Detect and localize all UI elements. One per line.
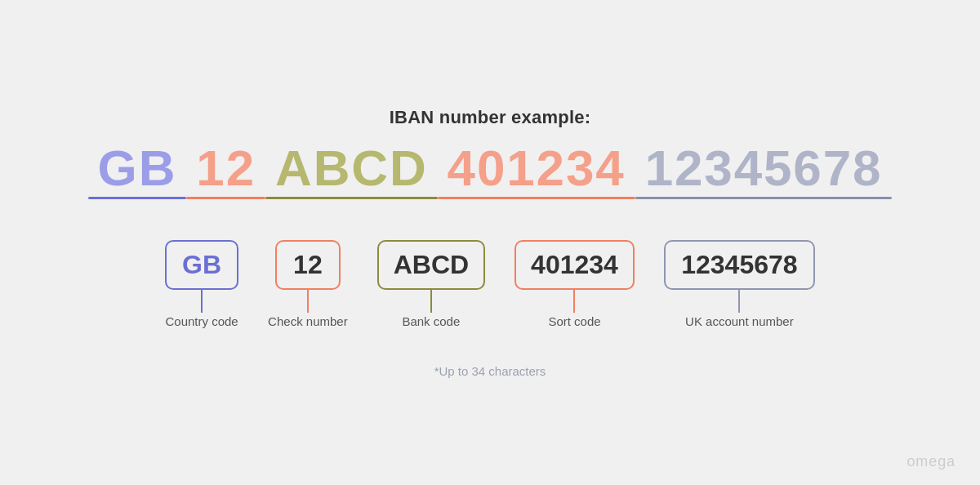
footnote: *Up to 34 characters	[434, 364, 546, 378]
connector-bank	[430, 290, 432, 313]
iban-underline-sort	[438, 197, 635, 199]
box-bank: ABCD	[377, 240, 485, 290]
box-item-bank: ABCDBank code	[377, 240, 485, 328]
box-account: 12345678	[664, 240, 815, 290]
iban-segment-country: GB	[88, 143, 187, 199]
iban-underline-bank	[265, 197, 438, 199]
iban-text-check: 12	[186, 143, 265, 194]
box-country: GB	[165, 240, 238, 290]
connector-check	[307, 290, 309, 313]
iban-segment-sort: 401234	[438, 143, 635, 199]
boxes-row: GBCountry code12Check numberABCDBank cod…	[150, 240, 830, 328]
connector-account	[738, 290, 740, 313]
box-item-account: 12345678UK account number	[664, 240, 815, 328]
iban-display-row: GB12ABCD40123412345678	[88, 143, 893, 199]
label-check: Check number	[268, 314, 348, 328]
box-item-sort: 401234Sort code	[514, 240, 635, 328]
box-item-country: GBCountry code	[165, 240, 238, 328]
iban-segment-check: 12	[186, 143, 265, 199]
iban-segment-account: 12345678	[635, 143, 893, 199]
label-account: UK account number	[685, 314, 794, 328]
main-container: IBAN number example: GB12ABCD40123412345…	[41, 107, 939, 378]
iban-text-bank: ABCD	[265, 143, 438, 194]
box-item-check: 12Check number	[268, 240, 348, 328]
box-check: 12	[275, 240, 341, 290]
iban-text-sort: 401234	[438, 143, 635, 194]
box-sort: 401234	[514, 240, 635, 290]
iban-underline-check	[186, 197, 265, 199]
label-bank: Bank code	[402, 314, 460, 328]
connector-country	[201, 290, 203, 313]
connector-sort	[573, 290, 575, 313]
iban-underline-country	[88, 197, 187, 199]
label-country: Country code	[166, 314, 238, 328]
iban-text-account: 12345678	[635, 143, 893, 194]
page-title: IBAN number example:	[390, 107, 590, 128]
label-sort: Sort code	[548, 314, 600, 328]
brand-logo: omega	[906, 453, 956, 470]
iban-segment-bank: ABCD	[265, 143, 438, 199]
iban-text-country: GB	[88, 143, 187, 194]
iban-underline-account	[635, 197, 893, 199]
